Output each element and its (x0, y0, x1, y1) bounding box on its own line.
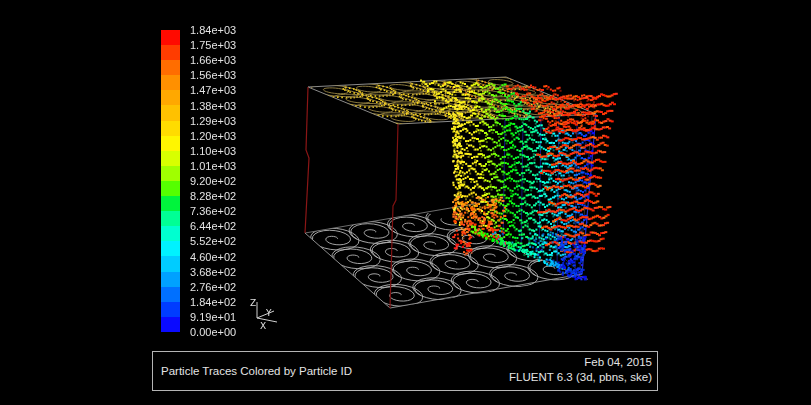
colorbar-band (161, 30, 180, 45)
caption-text: Particle Traces Colored by Particle ID (161, 365, 352, 377)
colorbar-band (161, 302, 180, 317)
colorbar-tick-label: 4.60e+02 (190, 251, 236, 263)
colorbar-band (161, 287, 180, 302)
colorbar-band (161, 317, 180, 332)
colorbar-tick-label: 1.01e+03 (190, 160, 236, 172)
colorbar (161, 30, 180, 332)
solver-text: FLUENT 6.3 (3d, pbns, ske) (509, 370, 652, 385)
colorbar-scale-labels: 1.84e+031.75e+031.66e+031.56e+031.47e+03… (190, 30, 260, 340)
colorbar-tick-label: 1.84e+03 (190, 24, 236, 36)
viewport-3d[interactable] (0, 0, 811, 405)
colorbar-band (161, 166, 180, 181)
colorbar-tick-label: 1.38e+03 (190, 100, 236, 112)
colorbar-tick-label: 3.68e+02 (190, 266, 236, 278)
colorbar-tick-label: 1.20e+03 (190, 130, 236, 142)
colorbar-band (161, 90, 180, 105)
colorbar-tick-label: 2.76e+02 (190, 281, 236, 293)
colorbar-band (161, 45, 180, 60)
colorbar-band (161, 151, 180, 166)
colorbar-tick-label: 1.56e+03 (190, 69, 236, 81)
colorbar-band (161, 181, 180, 196)
colorbar-band (161, 226, 180, 241)
colorbar-band (161, 75, 180, 90)
colorbar-tick-label: 6.44e+02 (190, 220, 236, 232)
colorbar-band (161, 121, 180, 136)
date-text: Feb 04, 2015 (509, 355, 652, 370)
colorbar-tick-label: 7.36e+02 (190, 205, 236, 217)
caption-bar: Particle Traces Colored by Particle ID F… (152, 351, 658, 391)
colorbar-tick-label: 1.10e+03 (190, 145, 236, 157)
colorbar-band (161, 241, 180, 256)
colorbar-tick-label: 5.52e+02 (190, 235, 236, 247)
colorbar-band (161, 60, 180, 75)
colorbar-tick-label: 1.75e+03 (190, 39, 236, 51)
fluent-graphics-window: 1.84e+031.75e+031.66e+031.56e+031.47e+03… (0, 0, 811, 405)
colorbar-tick-label: 9.19e+01 (190, 311, 236, 323)
colorbar-band (161, 272, 180, 287)
colorbar-tick-label: 1.84e+02 (190, 296, 236, 308)
colorbar-band (161, 196, 180, 211)
colorbar-tick-label: 0.00e+00 (190, 326, 236, 338)
colorbar-tick-label: 1.47e+03 (190, 84, 236, 96)
colorbar-tick-label: 8.28e+02 (190, 190, 236, 202)
colorbar-tick-label: 9.20e+02 (190, 175, 236, 187)
colorbar-tick-label: 1.66e+03 (190, 54, 236, 66)
colorbar-band (161, 211, 180, 226)
colorbar-band (161, 136, 180, 151)
colorbar-band (161, 105, 180, 120)
colorbar-band (161, 256, 180, 271)
colorbar-tick-label: 1.29e+03 (190, 115, 236, 127)
